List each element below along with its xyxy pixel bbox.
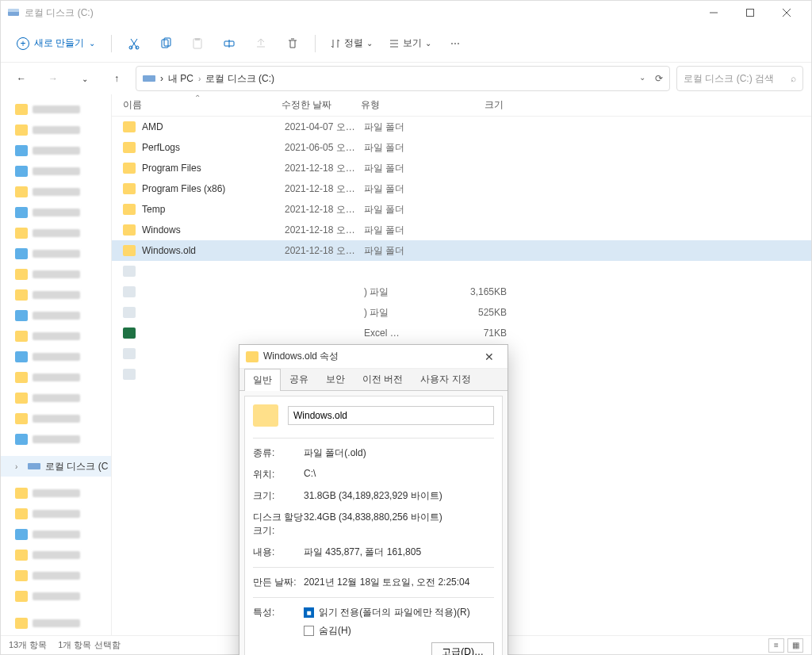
readonly-checkbox[interactable]: ■읽기 전용(폴더의 파일에만 적용)(R) [304, 606, 494, 619]
sidebar-item[interactable] [1, 408, 111, 429]
svg-point-6 [129, 46, 132, 49]
advanced-button[interactable]: 고급(D)… [431, 642, 494, 655]
svg-rect-15 [28, 463, 40, 469]
folder-icon [123, 163, 136, 174]
toolbar: + 새로 만들기 ⌄ 정렬 ⌄ 보기 ⌄ ⋯ [1, 25, 811, 63]
sidebar-item-local-disk[interactable]: › 로컬 디스크 (C [1, 456, 111, 477]
cut-button[interactable] [120, 29, 148, 58]
sort-indicator: ⌃ [194, 94, 201, 102]
view-icons-button[interactable]: ▦ [787, 638, 803, 653]
minimize-button[interactable] [695, 1, 732, 25]
close-button[interactable] [768, 1, 805, 25]
table-row[interactable]: Temp2021-12-18 오전…파일 폴더 [112, 199, 811, 220]
tab-previous[interactable]: 이전 버전 [354, 368, 412, 390]
table-row[interactable]: AMD2021-04-07 오전…파일 폴더 [112, 117, 811, 137]
up-button[interactable]: ↑ [104, 66, 129, 91]
svg-rect-14 [143, 75, 155, 82]
refresh-button[interactable]: ⟳ [655, 73, 663, 84]
sidebar-item[interactable] [1, 120, 111, 140]
table-row[interactable]: ) 파일525KB [112, 302, 811, 323]
sidebar-item[interactable] [1, 347, 111, 367]
sidebar-item[interactable] [1, 202, 111, 223]
properties-dialog: Windows.old 속성 ✕ 일반 공유 보안 이전 버전 사용자 지정 [239, 344, 508, 655]
table-row[interactable]: Windows2021-12-18 오전…파일 폴더 [112, 220, 811, 240]
cell-date: 2021-06-05 오후… [285, 141, 364, 155]
sidebar: › 로컬 디스크 (C [1, 94, 112, 635]
more-button[interactable]: ⋯ [441, 29, 469, 58]
search-input[interactable]: 로컬 디스크 (C:) 검색 ⌕ [676, 66, 803, 91]
status-selected: 1개 항목 선택함 [58, 639, 120, 651]
sidebar-item[interactable] [1, 182, 111, 202]
table-row[interactable]: ) 파일3,165KB [112, 282, 811, 302]
sidebar-item[interactable] [1, 565, 111, 586]
drive-icon [143, 74, 155, 83]
table-row[interactable]: PerfLogs2021-06-05 오후…파일 폴더 [112, 137, 811, 158]
sidebar-item[interactable] [1, 429, 111, 450]
sidebar-item[interactable] [1, 326, 111, 347]
cell-name: PerfLogs [142, 142, 285, 153]
breadcrumb-drive[interactable]: 로컬 디스크 (C:) [205, 72, 274, 86]
tab-share[interactable]: 공유 [281, 368, 317, 390]
chevron-down-icon[interactable]: ⌄ [639, 73, 645, 84]
folder-name-input[interactable] [288, 406, 494, 425]
view-menu[interactable]: 보기 ⌄ [382, 32, 438, 55]
sidebar-item[interactable] [1, 285, 111, 305]
sidebar-item[interactable] [1, 99, 111, 120]
delete-button[interactable] [278, 29, 307, 58]
sidebar-item[interactable] [1, 223, 111, 243]
tab-custom[interactable]: 사용자 지정 [412, 368, 479, 390]
copy-button[interactable] [151, 29, 180, 58]
table-row[interactable] [112, 261, 811, 282]
new-button[interactable]: + 새로 만들기 ⌄ [9, 32, 103, 55]
sidebar-item[interactable] [1, 264, 111, 285]
col-modified[interactable]: 수정한 날짜 [282, 98, 361, 112]
rename-button[interactable] [215, 29, 243, 58]
sidebar-item[interactable] [1, 243, 111, 264]
sidebar-item[interactable] [1, 305, 111, 326]
table-row[interactable]: Program Files (x86)2021-12-18 오전…파일 폴더 [112, 178, 811, 199]
col-size[interactable]: 크기 [440, 98, 504, 112]
dialog-close-button[interactable]: ✕ [477, 350, 501, 363]
forward-button[interactable]: → [40, 66, 66, 91]
sidebar-item[interactable] [1, 586, 111, 607]
address-bar[interactable]: › 내 PC› 로컬 디스크 (C:) ⌄ ⟳ [136, 66, 670, 91]
cell-size: 3,165KB [443, 286, 507, 297]
table-row[interactable]: Excel …71KB [112, 323, 811, 343]
cell-name: AMD [142, 121, 285, 132]
search-placeholder: 로컬 디스크 (C:) 검색 [684, 72, 774, 86]
sidebar-item[interactable] [1, 483, 111, 504]
back-button[interactable]: ← [9, 66, 34, 91]
chevron-right-icon: › [15, 462, 23, 471]
sidebar-item[interactable] [1, 545, 111, 565]
col-type[interactable]: 유형 [361, 98, 440, 112]
maximize-button[interactable] [732, 1, 768, 25]
sort-menu[interactable]: 정렬 ⌄ [324, 32, 379, 55]
tab-security[interactable]: 보안 [317, 368, 354, 390]
sidebar-item[interactable] [1, 140, 111, 161]
breadcrumb-pc[interactable]: 내 PC› [168, 72, 201, 86]
tab-general[interactable]: 일반 [244, 369, 281, 391]
svg-rect-3 [747, 10, 754, 17]
sidebar-item[interactable] [1, 388, 111, 408]
sidebar-item[interactable] [1, 367, 111, 388]
sidebar-item[interactable] [1, 504, 111, 524]
chevron-down-icon: ⌄ [366, 39, 373, 48]
sort-icon [330, 38, 341, 49]
folder-icon [123, 245, 136, 256]
dialog-tabs: 일반 공유 보안 이전 버전 사용자 지정 [239, 369, 508, 391]
cell-size: 525KB [443, 307, 507, 318]
col-name[interactable]: 이름 [123, 98, 282, 112]
sidebar-item[interactable] [1, 613, 111, 634]
view-details-button[interactable]: ≡ [768, 638, 784, 653]
table-row[interactable]: Windows.old2021-12-18 오전…파일 폴더 [112, 240, 811, 261]
hidden-checkbox[interactable]: 숨김(H) [304, 624, 494, 638]
chevron-down-icon[interactable]: ⌄ [72, 66, 98, 91]
explorer-window: 로컬 디스크 (C:) + 새로 만들기 ⌄ 정렬 ⌄ 보기 ⌄ [0, 0, 812, 655]
share-button[interactable] [247, 29, 275, 58]
sidebar-item[interactable] [1, 524, 111, 545]
dialog-titlebar: Windows.old 속성 ✕ [239, 345, 508, 369]
paste-button[interactable] [183, 29, 212, 58]
sidebar-item[interactable] [1, 161, 111, 182]
table-row[interactable]: Program Files2021-12-18 오전…파일 폴더 [112, 158, 811, 178]
svg-rect-11 [195, 38, 200, 40]
